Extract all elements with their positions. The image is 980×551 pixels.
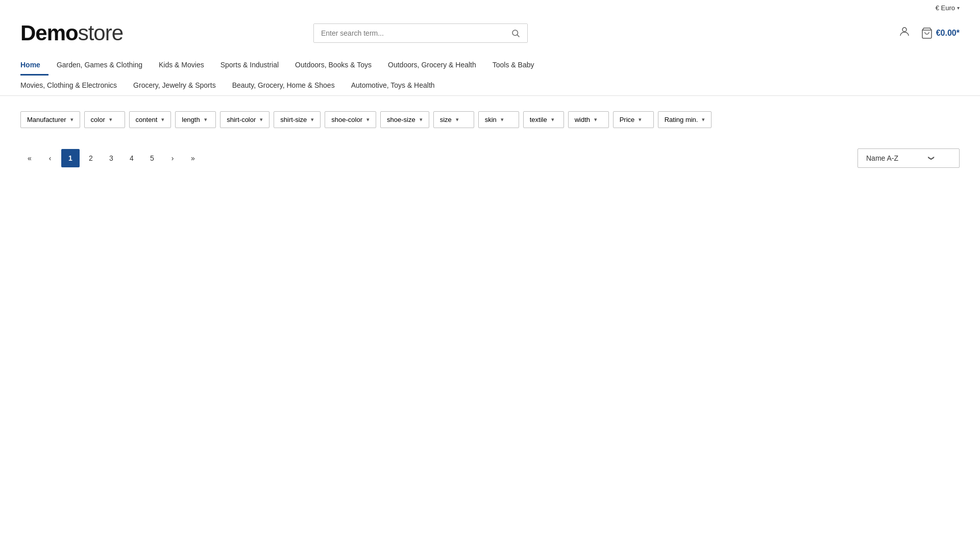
page-prev[interactable]: ‹ bbox=[41, 149, 59, 167]
svg-line-1 bbox=[517, 35, 519, 37]
filter-price[interactable]: Price▾ bbox=[613, 111, 654, 128]
sort-chevron: ❯ bbox=[928, 156, 935, 161]
logo-light: store bbox=[78, 21, 123, 45]
filter-shirt-color[interactable]: shirt-color▾ bbox=[220, 111, 270, 128]
logo[interactable]: Demostore bbox=[20, 21, 123, 45]
nav-item-sports---industrial[interactable]: Sports & Industrial bbox=[212, 56, 287, 76]
header: Demostore €0.00* bbox=[0, 16, 980, 56]
filter-size[interactable]: size▾ bbox=[433, 111, 474, 128]
filter-width[interactable]: width▾ bbox=[568, 111, 609, 128]
filter-manufacturer[interactable]: Manufacturer▾ bbox=[20, 111, 80, 128]
cart-area[interactable]: €0.00* bbox=[921, 27, 960, 39]
filter-shoe-size[interactable]: shoe-size▾ bbox=[380, 111, 429, 128]
page-5[interactable]: 5 bbox=[143, 149, 161, 167]
nav-item-movies--clothing---electronics[interactable]: Movies, Clothing & Electronics bbox=[20, 76, 125, 96]
filters-area: Manufacturer▾color▾content▾length▾shirt-… bbox=[0, 96, 980, 133]
sort-label: Name A-Z bbox=[866, 154, 898, 162]
nav-item-tools---baby[interactable]: Tools & Baby bbox=[484, 56, 543, 76]
currency-label: € Euro bbox=[936, 4, 955, 12]
currency-selector[interactable]: € Euro ▾ bbox=[936, 4, 960, 12]
page-1[interactable]: 1 bbox=[61, 149, 80, 167]
nav-item-kids---movies[interactable]: Kids & Movies bbox=[151, 56, 212, 76]
logo-bold: Demo bbox=[20, 21, 78, 45]
nav-item-outdoors--grocery---health[interactable]: Outdoors, Grocery & Health bbox=[380, 56, 484, 76]
nav-row-1: HomeGarden, Games & ClothingKids & Movie… bbox=[20, 56, 960, 75]
sort-dropdown[interactable]: Name A-Z ❯ bbox=[857, 148, 960, 168]
navigation: HomeGarden, Games & ClothingKids & Movie… bbox=[0, 56, 980, 96]
filter-textile[interactable]: textile▾ bbox=[523, 111, 564, 128]
filter-content[interactable]: content▾ bbox=[129, 111, 172, 128]
nav-item-outdoors--books---toys[interactable]: Outdoors, Books & Toys bbox=[287, 56, 380, 76]
filter-skin[interactable]: skin▾ bbox=[478, 111, 519, 128]
account-icon[interactable] bbox=[898, 26, 911, 41]
nav-row-2: Movies, Clothing & ElectronicsGrocery, J… bbox=[20, 75, 960, 95]
filter-shirt-size[interactable]: shirt-size▾ bbox=[274, 111, 321, 128]
top-bar: € Euro ▾ bbox=[0, 0, 980, 16]
page-3[interactable]: 3 bbox=[102, 149, 120, 167]
nav-item-garden--games---clothing[interactable]: Garden, Games & Clothing bbox=[48, 56, 151, 76]
nav-item-home[interactable]: Home bbox=[20, 56, 48, 76]
pagination-area: « ‹ 1 2 3 4 5 › » Name A-Z ❯ bbox=[0, 133, 980, 183]
cart-price: €0.00* bbox=[936, 29, 960, 38]
filter-shoe-color[interactable]: shoe-color▾ bbox=[325, 111, 376, 128]
currency-chevron: ▾ bbox=[957, 5, 960, 11]
page-2[interactable]: 2 bbox=[82, 149, 100, 167]
page-next[interactable]: › bbox=[163, 149, 182, 167]
nav-item-beauty--grocery--home---shoes[interactable]: Beauty, Grocery, Home & Shoes bbox=[224, 76, 343, 96]
page-last[interactable]: » bbox=[184, 149, 202, 167]
search-icon bbox=[511, 29, 520, 38]
search-button[interactable] bbox=[504, 24, 527, 42]
svg-point-0 bbox=[512, 30, 518, 36]
svg-point-2 bbox=[902, 28, 906, 32]
page-first[interactable]: « bbox=[20, 149, 39, 167]
nav-item-grocery--jewelry---sports[interactable]: Grocery, Jewelry & Sports bbox=[125, 76, 224, 96]
search-bar bbox=[313, 23, 528, 43]
filter-length[interactable]: length▾ bbox=[175, 111, 216, 128]
search-input[interactable] bbox=[314, 24, 504, 42]
cart-icon bbox=[921, 27, 933, 39]
filter-color[interactable]: color▾ bbox=[84, 111, 125, 128]
filter-rating-min-[interactable]: Rating min.▾ bbox=[658, 111, 712, 128]
header-icons: €0.00* bbox=[898, 26, 960, 41]
pagination: « ‹ 1 2 3 4 5 › » bbox=[20, 149, 202, 167]
nav-item-automotive--toys---health[interactable]: Automotive, Toys & Health bbox=[343, 76, 443, 96]
page-4[interactable]: 4 bbox=[122, 149, 141, 167]
